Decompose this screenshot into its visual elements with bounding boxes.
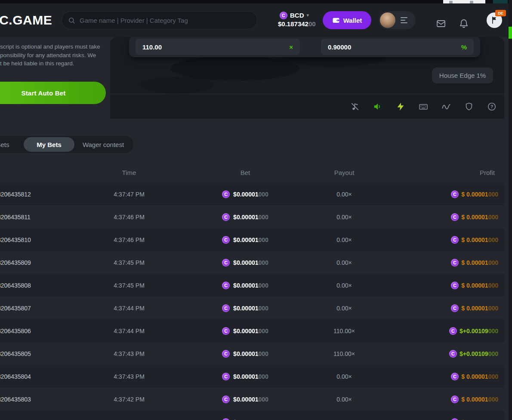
bet-time [69, 411, 189, 420]
header-payout: Payout [301, 162, 387, 183]
music-off-icon[interactable] [350, 102, 360, 111]
table-row[interactable]: 8206435804 4:37:43 PM C $0.00001000 0.00… [0, 365, 504, 388]
bet-payout-multiplier [301, 411, 387, 420]
help-icon[interactable]: ? [487, 102, 497, 111]
bet-amount: C $0.00001000 [189, 251, 301, 274]
disclaimer-line: t be held liable in this regard. [0, 59, 108, 68]
svg-text:?: ? [490, 104, 493, 109]
scrollbar-thumb[interactable] [509, 27, 512, 39]
bet-id: 8206435805 [0, 342, 69, 365]
currency-selector[interactable]: C BCD ▾ $0.18734200 [270, 11, 330, 28]
disclaimer-line: script is optional and players must take [0, 43, 108, 51]
game-canvas: × % House Edge 1% [110, 37, 504, 119]
bcd-coin-icon: C [451, 304, 459, 312]
bet-id: 8206435811 [0, 205, 69, 228]
bet-profit: C $+0.00109000 [387, 319, 504, 342]
table-row[interactable]: 8206435803 4:37:42 PM C $0.00001000 0.00… [0, 388, 504, 411]
bet-id: 8206435808 [0, 274, 69, 297]
bet-profit: C $+0.00109000 [387, 342, 504, 365]
wallet-balance: $0.18734200 [270, 20, 330, 28]
table-row[interactable]: 8206435809 4:37:45 PM C $0.00001000 0.00… [0, 251, 504, 274]
wallet-button[interactable]: Wallet [323, 11, 371, 29]
table-row[interactable]: 8206435806 4:37:44 PM C $0.00001000 110.… [0, 319, 504, 342]
hotkeys-icon[interactable] [419, 102, 428, 111]
bet-profit: C $ 0.00001000 [387, 274, 504, 297]
header-time: Time [69, 162, 189, 183]
currency-code: BCD [290, 12, 304, 19]
notifications-button[interactable] [456, 16, 471, 31]
table-row[interactable]: 8206435807 4:37:44 PM C $0.00001000 0.00… [0, 297, 504, 319]
table-header: Time Bet Payout Profit [0, 162, 504, 183]
sound-on-icon[interactable] [373, 102, 382, 111]
tab-all-bets[interactable]: All Bets [0, 137, 24, 152]
bet-amount: C $0.00001000 [189, 319, 301, 342]
turbo-bet-icon[interactable] [396, 102, 405, 111]
table-row[interactable]: 8206435811 4:37:46 PM C $0.00001000 0.00… [0, 205, 504, 228]
extension-icon [493, 0, 508, 3]
bcd-coin-icon: C [451, 418, 459, 420]
browser-extension-area [443, 0, 485, 3]
bet-amount: C $0.00001000 [189, 205, 301, 228]
bet-profit: C $ 0.00001000 [387, 297, 504, 319]
header-bet-id [0, 162, 69, 183]
win-chance-input[interactable] [321, 43, 474, 51]
bet-time: 4:37:45 PM [69, 251, 189, 274]
bet-id: 8206435804 [0, 365, 69, 388]
payout-field: × [136, 39, 300, 55]
bcd-coin-icon: C [222, 395, 230, 403]
brand-logo[interactable]: BC.GAME [0, 13, 52, 28]
bcd-coin-icon: C [280, 12, 287, 19]
background-art [140, 77, 213, 94]
bet-id: 8206435803 [0, 388, 69, 411]
percent-icon: % [461, 43, 467, 51]
bet-time: 4:37:46 PM [69, 205, 189, 228]
table-row[interactable]: 8206435812 4:37:47 PM C $0.00001000 0.00… [0, 183, 504, 205]
bets-tabs: All Bets My Bets Wager contest [0, 136, 133, 153]
table-row[interactable]: 8206435805 4:37:43 PM C $0.00001000 110.… [0, 342, 504, 365]
bet-profit: C $ 0.00001000 [387, 228, 504, 251]
table-row[interactable]: C $0.00001000 C $ 0.00001000 [0, 411, 504, 420]
bet-amount: C $0.00001000 [189, 183, 301, 205]
search-box [62, 11, 257, 29]
bet-amount: C $0.00001000 [189, 297, 301, 319]
statistics-icon[interactable] [441, 102, 451, 111]
messages-button[interactable] [434, 16, 448, 31]
bcd-coin-icon: C [222, 259, 230, 267]
bcd-coin-icon: C [451, 236, 459, 244]
bet-amount: C $0.00001000 [189, 388, 301, 411]
page: DE BC.GAME C BCD ▾ $0.18734200 Wallet [0, 0, 512, 420]
tab-wager-contest[interactable]: Wager contest [74, 137, 132, 152]
bet-payout-multiplier: 110.00× [301, 342, 387, 365]
extension-icon [449, 1, 453, 3]
avatar[interactable] [380, 12, 395, 28]
wallet-button-label: Wallet [343, 17, 362, 24]
tab-my-bets[interactable]: My Bets [24, 137, 74, 152]
bet-amount: C $0.00001000 [189, 274, 301, 297]
table-row[interactable]: 8206435808 4:37:45 PM C $0.00001000 0.00… [0, 274, 504, 297]
de-extension-badge: DE [495, 10, 506, 16]
fairness-shield-icon[interactable] [464, 102, 474, 111]
bet-profit: C $ 0.00001000 [387, 251, 504, 274]
payout-input[interactable] [136, 43, 300, 51]
bet-profit: C $ 0.00001000 [387, 411, 504, 420]
bet-time: 4:37:47 PM [69, 183, 189, 205]
search-input[interactable] [75, 16, 251, 25]
my-bets-table: Time Bet Payout Profit 8206435812 4:37:4… [0, 162, 504, 420]
bcd-coin-icon: C [451, 190, 459, 198]
house-edge-badge: House Edge 1% [432, 67, 493, 83]
bcd-coin-icon: C [451, 282, 459, 289]
bet-id [0, 411, 69, 420]
profile-menu[interactable] [379, 11, 416, 29]
bet-payout-multiplier: 0.00× [301, 365, 387, 388]
bet-time: 4:37:44 PM [69, 297, 189, 319]
bcd-coin-icon: C [222, 282, 230, 289]
scrollbar-track [509, 0, 512, 420]
bet-profit: C $ 0.00001000 [387, 183, 504, 205]
table-row[interactable]: 8206435810 4:37:46 PM C $0.00001000 0.00… [0, 228, 504, 251]
bet-time: 4:37:46 PM [69, 228, 189, 251]
start-auto-bet-button[interactable]: Start Auto Bet [0, 82, 106, 104]
bcd-coin-icon: C [222, 304, 230, 312]
bcd-coin-icon: C [451, 395, 459, 403]
bet-payout-multiplier: 0.00× [301, 388, 387, 411]
bet-payout-multiplier: 0.00× [301, 297, 387, 319]
